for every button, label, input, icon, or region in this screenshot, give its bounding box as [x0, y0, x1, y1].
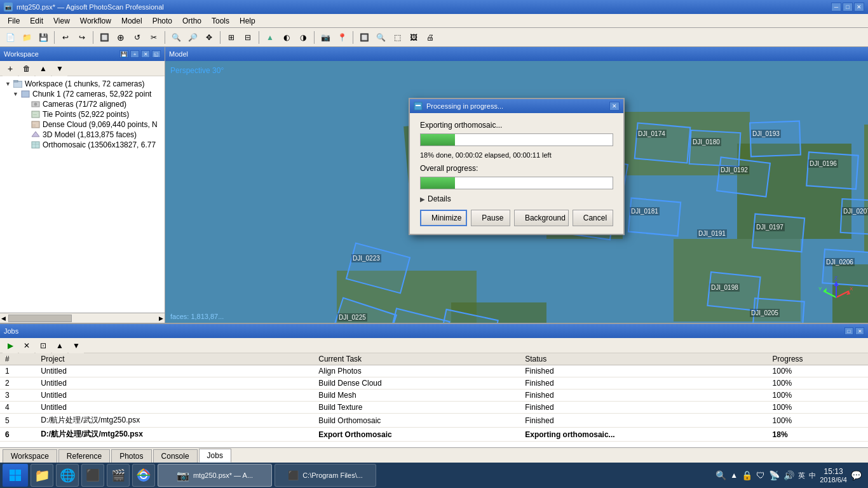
toolbar-open[interactable]: 📁	[19, 30, 34, 45]
details-toggle[interactable]: ▶ Details	[420, 194, 613, 203]
hscroll-left-btn[interactable]: ◀	[0, 315, 7, 322]
toolbar-fit[interactable]: ✥	[201, 30, 217, 45]
workspace-hscroll[interactable]: ◀ ▶	[0, 313, 165, 323]
tray-up-arrow[interactable]: ▲	[730, 471, 738, 480]
jobs-down-btn[interactable]: ▼	[69, 338, 84, 353]
toolbar-grid[interactable]: ⊞	[224, 30, 239, 45]
tab-workspace[interactable]: Workspace	[3, 449, 57, 463]
tree-item-3dmodel[interactable]: ▶ 3D Model (1,813,875 faces)	[0, 130, 165, 140]
toolbar-redo[interactable]: ↪	[74, 30, 90, 45]
jobs-select-btn[interactable]: ⊡	[36, 338, 51, 353]
tree-item-densecloud[interactable]: ▶ ::: Dense Cloud (9,069,440 points, N	[0, 119, 165, 130]
menu-tools[interactable]: Tools	[207, 15, 234, 27]
ws-toolbar-up[interactable]: ▲	[36, 61, 51, 76]
taskbar-file-explorer[interactable]: 📁	[31, 464, 53, 487]
background-btn[interactable]: Background	[514, 210, 569, 226]
menu-file[interactable]: File	[3, 15, 25, 27]
toolbar-undo[interactable]: ↩	[58, 30, 73, 45]
toolbar-select[interactable]: 🔲	[97, 30, 112, 45]
jobs-stop-btn[interactable]: ✕	[19, 338, 34, 353]
toolbar-pan[interactable]: 🔲	[356, 30, 372, 45]
table-row[interactable]: 3 Untitled Build Mesh Finished 100%	[0, 390, 868, 402]
minimize-btn[interactable]: Minimize	[420, 210, 467, 226]
toolbar-point[interactable]: ▲	[262, 30, 278, 45]
jobs-header-controls[interactable]: □ ✕	[844, 327, 864, 335]
tab-console[interactable]: Console	[153, 449, 198, 463]
taskbar-cmd[interactable]: ⬛ C:\Program Files\...	[275, 464, 376, 487]
model-view[interactable]: DJI_0155 DJI_0174 DJI_0180 DJI_0193 DJI_…	[165, 61, 868, 323]
toolbar-photo[interactable]: 🖼	[406, 30, 421, 45]
tab-jobs[interactable]: Jobs	[199, 449, 231, 463]
workspace-header-controls[interactable]: 💾 + ✕ ◱	[119, 50, 161, 58]
hscroll-right-btn[interactable]: ▶	[158, 315, 165, 322]
tray-notification-icon[interactable]: 💬	[851, 470, 862, 480]
table-row[interactable]: 5 D:/航片处理/武汉/mtg250.psx Build Orthomosai…	[0, 414, 868, 428]
processing-dialog[interactable]: Processing in progress... ✕ Exporting or…	[409, 98, 625, 235]
minimize-window-btn[interactable]: ─	[831, 3, 841, 11]
ws-toolbar-remove[interactable]: 🗑	[19, 61, 34, 76]
toolbar-new[interactable]: 📄	[3, 30, 18, 45]
menu-ortho[interactable]: Ortho	[177, 15, 207, 27]
tree-item-ortho[interactable]: ▶ Orthomosaic (13506x13827, 6.77	[0, 140, 165, 150]
toolbar-print[interactable]: 🖨	[423, 30, 438, 45]
toolbar-mesh[interactable]: ◐	[279, 30, 294, 45]
tray-shield-icon: 🛡	[756, 470, 765, 480]
menu-workflow[interactable]: Workflow	[75, 15, 116, 27]
tab-reference[interactable]: Reference	[58, 449, 110, 463]
toolbar-texture[interactable]: ◑	[295, 30, 311, 45]
tree-item-chunk1[interactable]: ▼ Chunk 1 (72 cameras, 52,922 point	[0, 89, 165, 99]
taskbar-chrome[interactable]	[132, 464, 155, 487]
toolbar-move[interactable]: ⊕	[113, 30, 128, 45]
taskbar-browser-edge[interactable]: 🌐	[56, 464, 79, 487]
hscroll-thumb[interactable]	[8, 315, 72, 322]
pause-btn[interactable]: Pause	[471, 210, 510, 226]
toolbar-camera[interactable]: 📷	[318, 30, 333, 45]
workspace-close-btn[interactable]: ✕	[141, 50, 150, 58]
toolbar-view3d[interactable]: 🔍	[373, 30, 388, 45]
close-window-btn[interactable]: ✕	[854, 3, 864, 11]
workspace-float-btn[interactable]: ◱	[152, 50, 161, 58]
jobs-play-btn[interactable]: ▶	[3, 338, 18, 353]
cell-status-4: Finished	[520, 402, 767, 414]
start-button[interactable]	[3, 464, 28, 487]
toolbar-zoom-in[interactable]: 🔎	[185, 30, 200, 45]
toolbar-marker[interactable]: 📍	[334, 30, 349, 45]
tree-item-tiepoints[interactable]: ▶ ··· Tie Points (52,922 points)	[0, 109, 165, 119]
table-row[interactable]: 2 Untitled Build Dense Cloud Finished 10…	[0, 377, 868, 390]
clock[interactable]: 15:13 2018/6/4	[820, 467, 847, 484]
menu-view[interactable]: View	[48, 15, 75, 27]
taskbar-terminal[interactable]: ⬛	[81, 464, 104, 487]
jobs-up-btn[interactable]: ▲	[52, 338, 67, 353]
taskbar-video-player[interactable]: 🎬	[107, 464, 130, 487]
toolbar-zoom-out[interactable]: 🔍	[168, 30, 184, 45]
menu-photo[interactable]: Photo	[147, 15, 177, 27]
tree-item-workspace[interactable]: ▼ Workspace (1 chunks, 72 cameras)	[0, 79, 165, 89]
jobs-close-btn[interactable]: ✕	[855, 327, 864, 335]
table-row[interactable]: 4 Untitled Build Texture Finished 100%	[0, 402, 868, 414]
toolbar-save[interactable]: 💾	[36, 30, 51, 45]
toolbar-cut[interactable]: ✂	[146, 30, 161, 45]
menu-edit[interactable]: Edit	[25, 15, 48, 27]
menu-help[interactable]: Help	[234, 15, 261, 27]
workspace-save-btn[interactable]: 💾	[119, 50, 128, 58]
cell-task-2: Build Dense Cloud	[313, 377, 520, 390]
workspace-toolbar: + 🗑 ▲ ▼	[0, 61, 165, 76]
toolbar-view2d[interactable]: ⬚	[390, 30, 405, 45]
jobs-expand-btn[interactable]: □	[844, 327, 853, 335]
maximize-window-btn[interactable]: □	[843, 3, 853, 11]
menu-model[interactable]: Model	[116, 15, 147, 27]
table-row[interactable]: 1 Untitled Align Photos Finished 100%	[0, 365, 868, 377]
toolbar-rotate[interactable]: ↺	[130, 30, 145, 45]
cancel-btn[interactable]: Cancel	[573, 210, 613, 226]
ws-toolbar-down[interactable]: ▼	[52, 61, 67, 76]
dialog-close-btn[interactable]: ✕	[609, 102, 620, 111]
cam-label-DJI0206: DJI_0206	[825, 258, 855, 266]
tree-item-cameras[interactable]: ▶ Cameras (71/72 aligned)	[0, 99, 165, 109]
toolbar-grid2[interactable]: ⊟	[240, 30, 255, 45]
window-controls[interactable]: ─ □ ✕	[831, 3, 864, 11]
ws-toolbar-add[interactable]: +	[3, 61, 18, 76]
workspace-add-btn[interactable]: +	[130, 50, 139, 58]
table-row-active[interactable]: 6 D:/航片处理/武汉/mtg250.psx Export Orthomosa…	[0, 428, 868, 442]
tab-photos[interactable]: Photos	[111, 449, 151, 463]
taskbar-photoscan[interactable]: 📷 mtg250.psx* — A...	[158, 464, 272, 487]
